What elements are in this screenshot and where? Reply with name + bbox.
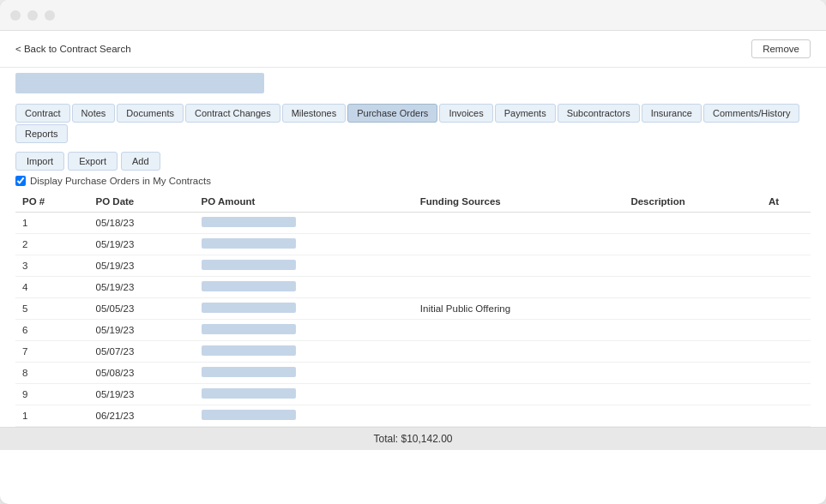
po-amount (195, 213, 413, 234)
tab-milestones[interactable]: Milestones (282, 104, 347, 123)
table-row: 405/19/23 (15, 277, 811, 298)
description (624, 341, 762, 363)
description (624, 298, 762, 320)
at-col (762, 363, 811, 384)
po-date: 05/19/23 (89, 234, 195, 255)
tab-contract-changes[interactable]: Contract Changes (185, 104, 280, 123)
funding-source (413, 341, 624, 363)
po-amount (195, 255, 413, 277)
po-num: 1 (15, 213, 89, 234)
table-row: 106/21/23 (15, 405, 811, 427)
tab-documents[interactable]: Documents (117, 104, 184, 123)
po-date: 05/19/23 (89, 384, 195, 405)
funding-source (413, 384, 624, 405)
at-col (762, 213, 811, 234)
dot-red (10, 10, 21, 21)
funding-source (413, 234, 624, 255)
table-container: PO #PO DatePO AmountFunding SourcesDescr… (0, 191, 826, 427)
po-date: 05/05/23 (89, 298, 195, 320)
po-amount (195, 341, 413, 363)
po-date: 05/07/23 (89, 341, 195, 363)
tab-comments-history[interactable]: Comments/History (703, 104, 799, 123)
po-num: 9 (15, 384, 89, 405)
po-table: PO #PO DatePO AmountFunding SourcesDescr… (15, 191, 811, 427)
import-button[interactable]: Import (15, 152, 64, 171)
po-amount (195, 384, 413, 405)
po-num: 4 (15, 277, 89, 298)
col-header-poamount: PO Amount (195, 191, 413, 213)
tab-invoices[interactable]: Invoices (439, 104, 492, 123)
main-content: < Back to Contract Search Remove Contrac… (0, 31, 826, 504)
add-button[interactable]: Add (121, 152, 160, 171)
description (624, 277, 762, 298)
po-amount (195, 405, 413, 427)
at-col (762, 320, 811, 341)
po-num: 5 (15, 298, 89, 320)
po-date: 06/21/23 (89, 405, 195, 427)
tab-payments[interactable]: Payments (495, 104, 556, 123)
back-to-search-link[interactable]: < Back to Contract Search (15, 44, 131, 54)
po-date: 05/19/23 (89, 255, 195, 277)
po-amount (195, 298, 413, 320)
tab-insurance[interactable]: Insurance (642, 104, 702, 123)
table-row: 205/19/23 (15, 234, 811, 255)
table-header-row: PO #PO DatePO AmountFunding SourcesDescr… (15, 191, 811, 213)
funding-source (413, 277, 624, 298)
table-row: 105/18/23 (15, 213, 811, 234)
po-date: 05/18/23 (89, 213, 195, 234)
tab-purchase-orders[interactable]: Purchase Orders (347, 104, 437, 123)
description (624, 255, 762, 277)
po-num: 6 (15, 320, 89, 341)
description (624, 320, 762, 341)
description (624, 213, 762, 234)
display-po-row: Display Purchase Orders in My Contracts (0, 174, 826, 191)
display-po-label: Display Purchase Orders in My Contracts (30, 176, 211, 186)
tab-subcontractors[interactable]: Subcontractors (558, 104, 640, 123)
at-col (762, 255, 811, 277)
po-num: 7 (15, 341, 89, 363)
tab-notes[interactable]: Notes (72, 104, 116, 123)
at-col (762, 298, 811, 320)
table-body: 105/18/23205/19/23305/19/23405/19/23505/… (15, 213, 811, 427)
table-row: 805/08/23 (15, 363, 811, 384)
po-amount (195, 234, 413, 255)
remove-button[interactable]: Remove (751, 39, 811, 58)
po-num: 8 (15, 363, 89, 384)
col-header-podate: PO Date (89, 191, 195, 213)
tab-contract[interactable]: Contract (15, 104, 70, 123)
funding-source (413, 213, 624, 234)
contract-title-placeholder (15, 73, 264, 93)
description (624, 234, 762, 255)
funding-source (413, 405, 624, 427)
app-window: < Back to Contract Search Remove Contrac… (0, 0, 826, 504)
col-header-description: Description (624, 191, 762, 213)
tab-reports[interactable]: Reports (15, 124, 68, 143)
table-row: 505/05/23Initial Public Offering (15, 298, 811, 320)
funding-source (413, 255, 624, 277)
actions-row: Import Export Add (0, 147, 826, 174)
po-date: 05/19/23 (89, 277, 195, 298)
po-num: 3 (15, 255, 89, 277)
col-header-fundingsources: Funding Sources (413, 191, 624, 213)
po-amount (195, 277, 413, 298)
po-num: 1 (15, 405, 89, 427)
funding-source: Initial Public Offering (413, 298, 624, 320)
po-amount (195, 320, 413, 341)
table-row: 305/19/23 (15, 255, 811, 277)
at-col (762, 234, 811, 255)
export-button[interactable]: Export (68, 152, 118, 171)
total-row: Total: $10,142.00 (0, 427, 826, 450)
col-header-at: At (762, 191, 811, 213)
at-col (762, 277, 811, 298)
dot-yellow (27, 10, 38, 21)
dot-green (45, 10, 55, 21)
col-header-ponum: PO # (15, 191, 89, 213)
at-col (762, 341, 811, 363)
top-bar: < Back to Contract Search Remove (0, 31, 826, 68)
at-col (762, 405, 811, 427)
description (624, 384, 762, 405)
funding-source (413, 363, 624, 384)
po-date: 05/19/23 (89, 320, 195, 341)
po-date: 05/08/23 (89, 363, 195, 384)
display-po-checkbox[interactable] (15, 176, 26, 186)
